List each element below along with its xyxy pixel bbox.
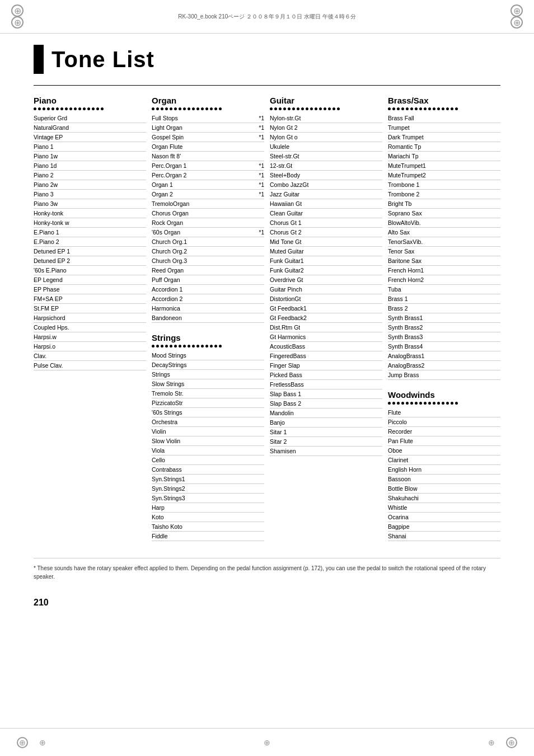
list-item: Gt Harmonics: [270, 332, 382, 342]
list-item: Chorus Gt 2: [270, 228, 382, 237]
piano-items: Superior GrdNaturalGrandVintage EPPiano …: [34, 114, 146, 370]
dot: [38, 107, 41, 110]
list-item: '60s Strings: [152, 408, 264, 417]
tone-name: FingeredBass: [270, 353, 306, 359]
dot: [392, 107, 395, 110]
tone-name: Violin: [152, 428, 166, 435]
dot: [406, 107, 409, 110]
dot: [161, 107, 163, 110]
list-item: Accordion 1: [152, 285, 264, 294]
list-item: Mid Tone Gt: [270, 237, 382, 247]
tone-name: '60s Strings: [152, 409, 182, 416]
bottom-bar: ⊕ ⊕ ⊕ ⊕ ⊕: [0, 728, 534, 756]
list-item: Shanai: [388, 532, 500, 541]
list-item: Nylon-str.Gt: [270, 114, 382, 123]
list-item: Light Organ*1: [152, 123, 264, 133]
page-title-area: Tone List: [34, 45, 500, 74]
list-item: Nason flt 8': [152, 152, 264, 161]
list-item: Church Org.1: [152, 237, 264, 247]
page: RK-300_e.book 210ページ ２００８年９月１０日 水曜日 午後４時…: [0, 0, 534, 756]
list-item: Church Org.2: [152, 247, 264, 256]
list-item: Harmonica: [152, 304, 264, 313]
list-item: MuteTrumpet1: [388, 161, 500, 171]
tone-name: Syn.Strings1: [152, 476, 185, 482]
list-item: Clean Guitar: [270, 209, 382, 218]
tone-name: Gt Feedback2: [270, 314, 307, 321]
tone-name: Slow Violin: [152, 438, 180, 444]
dot: [397, 107, 400, 110]
tone-name: Church Org.1: [152, 238, 187, 245]
header-text: RK-300_e.book 210ページ ２００８年９月１０日 水曜日 午後４時…: [178, 13, 355, 21]
tone-name: Accordion 2: [152, 295, 182, 302]
tone-name: Ocarina: [388, 514, 409, 520]
list-item: English Horn: [388, 465, 500, 475]
list-item: Organ 1*1: [152, 180, 264, 190]
dot: [455, 402, 458, 405]
tone-name: Synth Brass1: [388, 314, 423, 321]
tone-name: Tremolo Str.: [152, 390, 184, 397]
dot: [274, 107, 277, 110]
dot: [337, 107, 340, 110]
list-item: Trumpet: [388, 123, 500, 133]
list-item: Piano 3w: [34, 199, 146, 209]
dot: [56, 107, 59, 110]
dot: [442, 107, 444, 110]
dot: [51, 107, 54, 110]
dot: [388, 107, 391, 110]
dot: [406, 402, 409, 405]
dot: [156, 345, 159, 348]
tone-name: Fiddle: [152, 533, 168, 539]
strings-subsection: Strings: [152, 333, 264, 541]
tone-name: Synth Brass2: [388, 324, 423, 331]
list-item: Harp: [152, 503, 264, 513]
tone-name: Synth Brass4: [388, 343, 423, 350]
tone-name: Synth Brass3: [388, 334, 423, 340]
dot: [397, 402, 400, 405]
piano-dot-line: [34, 107, 146, 110]
list-item: Funk Guitar2: [270, 266, 382, 275]
list-item: Cello: [152, 456, 264, 465]
brass-woodwinds-column: Brass/Sax: [388, 96, 500, 541]
tone-name: Trombone 1: [388, 181, 419, 188]
tone-name: Whistle: [388, 504, 407, 511]
tone-name: St.FM EP: [34, 305, 59, 312]
brass-items: Brass FallTrumpetDark TrumpetRomantic Tp…: [388, 114, 500, 380]
dot: [288, 107, 291, 110]
tone-name: Picked Bass: [270, 372, 302, 378]
list-item: Tenor Sax: [388, 247, 500, 256]
tone-name: EP Phase: [34, 286, 60, 293]
dot: [219, 345, 222, 348]
dot: [210, 107, 213, 110]
tone-name: Shakuhachi: [388, 495, 419, 501]
tone-name: MuteTrumpet1: [388, 162, 426, 169]
organ-dot-line: [152, 107, 264, 110]
tone-note: *1: [259, 172, 264, 179]
list-item: French Horn2: [388, 275, 500, 285]
list-item: Overdrive Gt: [270, 275, 382, 285]
page-title: Tone List: [51, 47, 154, 72]
tone-name: Syn.Strings2: [152, 485, 185, 492]
list-item: St.FM EP: [34, 304, 146, 313]
tone-name: Full Stops: [152, 115, 178, 121]
list-item: Viola: [152, 446, 264, 456]
list-item: Bagpipe: [388, 522, 500, 532]
list-item: Baritone Sax: [388, 256, 500, 266]
dot: [214, 345, 217, 348]
list-item: Sitar 1: [270, 428, 382, 437]
list-item: Slap Bass 1: [270, 389, 382, 399]
tone-name: TremoloOrgan: [152, 200, 189, 207]
list-item: E.Piano 2: [34, 237, 146, 247]
reg-mark-tr: [510, 4, 523, 17]
list-item: Bandoneon: [152, 313, 264, 323]
tone-name: Gospel Spin: [152, 134, 184, 140]
list-item: Harpsichord: [34, 313, 146, 323]
dot: [310, 107, 313, 110]
main-columns: Piano: [34, 96, 500, 541]
dot: [451, 402, 453, 405]
dot: [201, 345, 204, 348]
dot: [433, 402, 435, 405]
tone-name: DistortionGt: [270, 295, 301, 302]
tone-name: Bassoon: [388, 476, 411, 482]
dot: [401, 107, 404, 110]
list-item: '60s E.Piano: [34, 266, 146, 275]
